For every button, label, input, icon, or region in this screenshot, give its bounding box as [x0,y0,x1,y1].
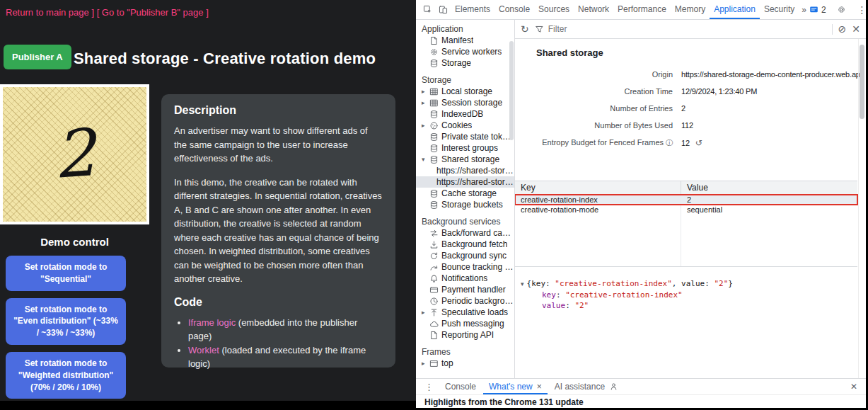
tab-console[interactable]: Console [494,0,534,19]
swap-arrows-icon [429,229,439,238]
tab-security[interactable]: Security [760,0,799,19]
shared-storage-panel: ↻ ⊘ ✕ Shared storage Origin https://shar… [515,20,866,378]
tab-memory[interactable]: Memory [671,0,710,19]
sidebar-item-speculative-loads[interactable]: ▸Speculative loads [416,307,514,318]
column-header-key[interactable]: Key [515,181,681,194]
payment-card-icon [429,285,439,295]
expander-icon[interactable]: ▸ [422,309,429,316]
cookie-icon [429,121,439,130]
sidebar-item-shared-storage[interactable]: ▾Shared storage [416,154,514,165]
devtools-menu-kebab-icon[interactable]: ⋮ [857,5,867,15]
funnel-icon [535,25,544,34]
delete-all-icon[interactable]: ⊘ [838,24,847,34]
meta-value-bytes: 112 [681,121,864,130]
issues-counter[interactable]: 2 [809,5,826,15]
sidebar-item-private-state-tokens[interactable]: Private state tokens [416,131,514,142]
sidebar-item-push-messaging[interactable]: Push messaging [416,318,514,329]
sidebar-scrollbar[interactable] [509,41,514,140]
sidebar-item-background-fetch[interactable]: Background fetch [416,239,514,250]
sidebar-item-service-workers[interactable]: Service workers [416,46,514,57]
device-toolbar-icon[interactable] [435,2,451,18]
expander-icon[interactable]: ▾ [521,280,524,287]
more-tabs-icon[interactable]: » [799,5,809,15]
creative-ad[interactable]: 2 [0,84,149,224]
table-row-creative-rotation-index[interactable]: creative-rotation-index 2 [515,195,857,205]
set-even-distribution-button[interactable]: Set rotation mode to "Even distribution"… [6,298,126,345]
sidebar-item-bounce-tracking[interactable]: Bounce tracking miti… [416,261,514,273]
panel-scrollbar[interactable] [858,39,866,378]
tab-application[interactable]: Application [710,0,760,19]
sidebar-item-reporting-api[interactable]: Reporting API [416,329,514,341]
sidebar-item-back-forward-cache[interactable]: Back/forward cache [416,227,514,239]
sidebar-item-local-storage[interactable]: ▸Local storage [416,86,514,97]
expander-icon[interactable]: ▸ [422,122,429,129]
clock-icon [429,297,439,306]
expander-icon[interactable]: ▸ [422,99,429,106]
refresh-icon[interactable]: ↻ [521,24,529,34]
sidebar-item-shared-storage-origin-2[interactable]: https://shared-storage… [416,176,514,188]
drawer-tab-whats-new[interactable]: What's new× [483,379,548,394]
filter-box[interactable] [535,24,826,34]
sidebar-item-payment-handler[interactable]: Payment handler [416,284,514,295]
preview-property-value: value: "2" [521,300,857,311]
description-para2: In this demo, the creative can be rotate… [174,176,383,286]
drawer-close-icon[interactable]: ✕ [850,382,862,392]
filter-input[interactable] [548,24,826,34]
database-icon [429,59,439,68]
scrollbar-thumb[interactable] [860,45,864,119]
table-row-creative-rotation-mode[interactable]: creative-rotation-mode sequential [515,205,857,215]
iframe-logic-link[interactable]: Iframe logic [188,317,236,328]
bell-icon [429,274,439,283]
panel-toolbar: ↻ ⊘ ✕ [515,20,866,39]
sidebar-item-top-frame[interactable]: ▸top [416,358,514,369]
reset-budget-icon[interactable]: ↺ [695,138,702,148]
set-weighted-distribution-button[interactable]: Set rotation mode to "Weighted distribut… [6,352,126,399]
sidebar-item-cache-storage[interactable]: Cache storage [416,188,514,199]
sidebar-item-shared-storage-origin-1[interactable]: https://shared-storage… [416,165,514,176]
column-header-value[interactable]: Value [681,181,857,194]
sidebar-item-cookies[interactable]: ▸Cookies [416,120,514,131]
sidebar-item-storage-buckets[interactable]: Storage buckets [416,199,514,210]
sync-icon [429,251,439,261]
close-tab-icon[interactable]: × [537,379,542,394]
tab-network[interactable]: Network [574,0,613,19]
preview-summary[interactable]: ▾{key: "creative-rotation-index", value:… [521,278,857,290]
expander-icon[interactable]: ▾ [422,156,429,163]
sidebar-item-background-sync[interactable]: Background sync [416,250,514,261]
sidebar-item-interest-groups[interactable]: Interest groups [416,142,514,154]
drawer-menu-kebab-icon[interactable]: ⋮ [420,382,438,392]
meta-value-origin: https://shared-storage-demo-content-prod… [681,70,864,79]
sidebar-item-session-storage[interactable]: ▸Session storage [416,97,514,108]
sidebar-item-indexeddb[interactable]: IndexedDB [416,108,514,120]
return-main-page-link[interactable]: Return to main page [6,7,89,18]
set-sequential-button[interactable]: Set rotation mode to "Sequential" [6,256,126,291]
expander-icon[interactable]: ▸ [422,88,429,95]
publisher-badge: Publisher A [4,45,71,69]
nav-end: ] [204,7,209,18]
expander-icon[interactable]: ▸ [422,360,429,367]
table-empty-area [515,215,857,267]
delete-selected-icon[interactable]: ✕ [852,24,860,34]
tab-sources[interactable]: Sources [534,0,574,19]
sidebar-item-manifest[interactable]: Manifest [416,35,514,46]
info-icon[interactable]: ⓘ [666,139,673,147]
frame-icon [429,359,439,368]
drawer-tab-ai-assistance[interactable]: AI assistance [549,379,624,394]
tab-elements[interactable]: Elements [451,0,494,19]
sidebar-item-notifications[interactable]: Notifications [416,273,514,284]
devtools-tabbar: Elements Console Sources Network Perform… [416,0,866,20]
tab-performance[interactable]: Performance [613,0,671,19]
inspect-element-icon[interactable] [419,2,435,18]
sidebar-item-storage[interactable]: Storage [416,57,514,69]
application-sidebar: Application Manifest Service workers Sto… [416,20,515,378]
tabbar-right-controls: 2 ⋮ ✕ [809,2,868,18]
publisher-b-link[interactable]: Go to "Publisher B" page [102,7,204,18]
sidebar-header-application: Application [416,23,514,35]
page-title: Shared storage - Creative rotation demo [74,50,376,68]
worklet-link[interactable]: Worklet [188,345,219,355]
settings-gear-icon[interactable] [834,2,850,18]
drawer-tab-console[interactable]: Console [439,379,482,394]
screen: Return to main page ] [ Go to "Publisher… [0,0,868,410]
meta-label: Creation Time [515,87,681,96]
sidebar-item-periodic-background-sync[interactable]: Periodic backgroun… [416,295,514,307]
